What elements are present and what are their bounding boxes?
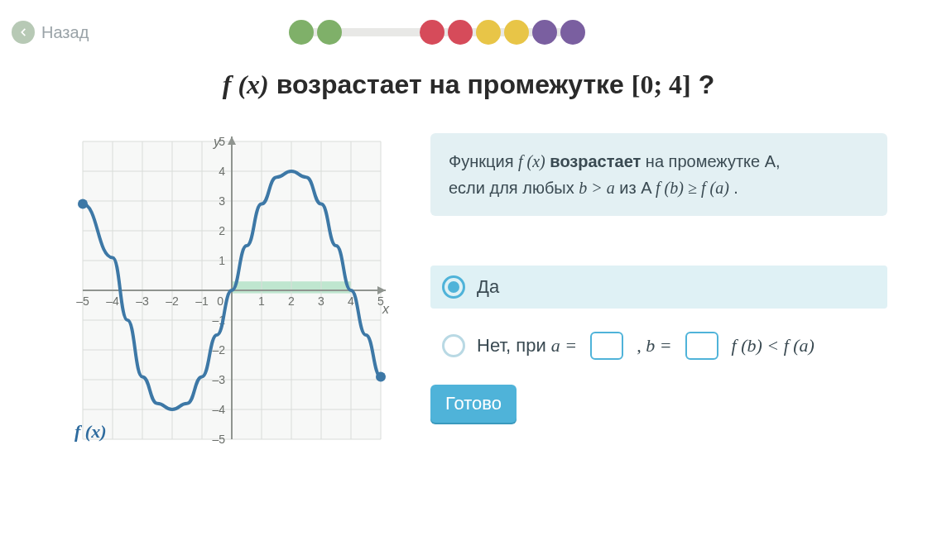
- svg-text:0: 0: [217, 294, 223, 308]
- svg-marker-27: [228, 136, 236, 145]
- svg-marker-26: [377, 286, 386, 294]
- svg-text:y: y: [213, 135, 221, 149]
- input-b[interactable]: [685, 332, 718, 360]
- svg-text:–2: –2: [166, 294, 179, 308]
- input-a[interactable]: [590, 332, 623, 360]
- svg-text:4: 4: [219, 165, 225, 178]
- progress-dot: [289, 20, 314, 45]
- progress-dot: [448, 20, 473, 45]
- back-button[interactable]: Назад: [12, 21, 89, 44]
- option-no-tail: f (b) < f (a): [732, 335, 814, 357]
- progress-dot: [476, 20, 501, 45]
- svg-point-52: [376, 371, 386, 381]
- radio-selected-icon: [442, 275, 465, 299]
- function-graph: –5–4–3–2–112345012345–1–2–3–4–5yx f (x): [50, 133, 397, 464]
- option-yes[interactable]: Да: [430, 266, 887, 309]
- option-no[interactable]: Нет, при a = , b = f (b) < f (a): [430, 322, 887, 370]
- svg-text:3: 3: [318, 294, 324, 308]
- svg-text:2: 2: [288, 294, 295, 308]
- svg-text:–4: –4: [106, 294, 119, 308]
- progress-dot: [317, 20, 342, 45]
- submit-button[interactable]: Готово: [430, 385, 517, 423]
- svg-text:–4: –4: [212, 403, 225, 416]
- radio-unselected-icon: [442, 334, 465, 357]
- question-title: f (x) возрастает на промежутке [0; 4] ?: [0, 69, 937, 100]
- svg-text:–3: –3: [136, 294, 149, 308]
- progress-dot: [504, 20, 529, 45]
- hint-box: Функция f (x) возрастает на промежутке A…: [430, 133, 887, 216]
- back-label: Назад: [41, 23, 89, 42]
- progress-bar: [287, 20, 587, 45]
- svg-text:1: 1: [219, 254, 225, 267]
- svg-text:–5: –5: [212, 433, 225, 446]
- svg-text:–1: –1: [195, 294, 209, 308]
- svg-text:–5: –5: [76, 294, 89, 308]
- comma-label: , b =: [637, 335, 671, 357]
- svg-text:3: 3: [219, 194, 225, 208]
- option-yes-label: Да: [477, 276, 499, 298]
- svg-text:x: x: [382, 302, 390, 316]
- progress-dot: [532, 20, 557, 45]
- progress-dot: [420, 20, 444, 45]
- svg-text:–3: –3: [212, 373, 225, 386]
- option-no-label: Нет, при a =: [477, 335, 577, 357]
- progress-dot: [560, 20, 585, 45]
- svg-text:–2: –2: [212, 343, 225, 357]
- chevron-left-icon: [12, 21, 35, 44]
- svg-text:2: 2: [219, 224, 225, 237]
- svg-text:1: 1: [258, 294, 265, 308]
- graph-function-label: f (x): [74, 421, 106, 443]
- svg-point-51: [78, 199, 88, 209]
